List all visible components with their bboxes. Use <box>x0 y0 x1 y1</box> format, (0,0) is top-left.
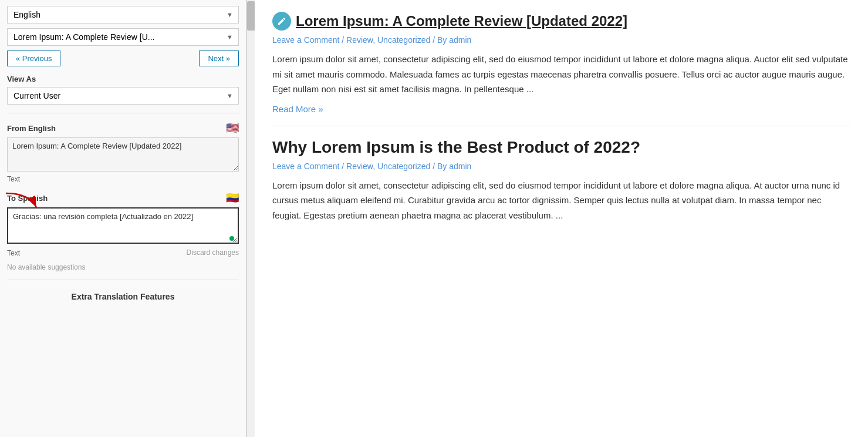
post-1-category-uncategorized[interactable]: Uncategorized <box>377 35 430 45</box>
language-select-wrapper[interactable]: English <box>7 6 239 23</box>
post-entry-2: Why Lorem Ipsum is the Best Product of 2… <box>272 126 850 242</box>
to-textarea[interactable] <box>7 207 239 244</box>
to-field-label: Text <box>7 249 20 257</box>
extra-features-label: Extra Translation Features <box>7 292 239 301</box>
post-1-meta: Leave a Comment / Review, Uncategorized … <box>272 35 850 45</box>
discard-row: Text Discard changes <box>7 247 239 257</box>
post-2-category-review[interactable]: Review <box>346 162 373 171</box>
post-2-meta: Leave a Comment / Review, Uncategorized … <box>272 162 850 171</box>
language-select[interactable]: English <box>7 6 239 23</box>
post-1-author[interactable]: admin <box>449 35 471 45</box>
from-section: From English 🇺🇸 Text <box>7 122 239 183</box>
scrollbar-thumb[interactable] <box>247 1 255 31</box>
post-select-wrapper[interactable]: Lorem Ipsum: A Complete Review [U... <box>7 28 239 46</box>
view-as-label: View As <box>7 75 239 83</box>
right-panel: Lorem Ipsum: A Complete Review [Updated … <box>255 0 868 437</box>
post-1-category-review[interactable]: Review <box>346 35 373 45</box>
from-lang-label: From English <box>7 124 56 133</box>
post-2-title[interactable]: Why Lorem Ipsum is the Best Product of 2… <box>272 138 850 157</box>
post-1-read-more[interactable]: Read More » <box>272 104 323 114</box>
from-field-label: Text <box>7 175 239 183</box>
nav-buttons: « Previous Next » <box>7 51 239 66</box>
view-as-select-wrapper[interactable]: Current User <box>7 87 239 105</box>
divider-1 <box>7 113 239 113</box>
to-textarea-wrapper <box>7 207 239 246</box>
post-entry-1: Lorem Ipsum: A Complete Review [Updated … <box>272 0 850 126</box>
to-lang-label: To Spanish <box>7 194 48 203</box>
to-lang-header: To Spanish 🇨🇴 <box>7 191 239 204</box>
post-2-author[interactable]: admin <box>449 162 471 171</box>
from-textarea[interactable] <box>7 137 239 172</box>
pencil-icon <box>277 16 286 26</box>
post-2-category-uncategorized[interactable]: Uncategorized <box>377 162 430 171</box>
next-button[interactable]: Next » <box>199 51 239 66</box>
divider-2 <box>7 280 239 280</box>
to-section: To Spanish 🇨🇴 Text Discard changes <box>7 191 239 257</box>
discard-changes-link[interactable]: Discard changes <box>187 248 239 257</box>
from-lang-header: From English 🇺🇸 <box>7 122 239 135</box>
post-1-title[interactable]: Lorem Ipsum: A Complete Review [Updated … <box>296 13 627 29</box>
post-1-excerpt: Lorem ipsum dolor sit amet, consectetur … <box>272 52 850 97</box>
left-panel: English Lorem Ipsum: A Complete Review [… <box>0 0 246 437</box>
post-2-leave-comment[interactable]: Leave a Comment <box>272 162 339 171</box>
previous-button[interactable]: « Previous <box>7 51 60 66</box>
post-2-excerpt: Lorem ipsum dolor sit amet, consectetur … <box>272 178 850 223</box>
post-select[interactable]: Lorem Ipsum: A Complete Review [U... <box>7 28 239 46</box>
view-as-select[interactable]: Current User <box>7 87 239 105</box>
textarea-dot <box>229 236 234 241</box>
post-1-leave-comment[interactable]: Leave a Comment <box>272 35 339 45</box>
suggestions-text: No available suggestions <box>7 263 239 271</box>
to-flag: 🇨🇴 <box>226 191 239 204</box>
post-1-icon <box>272 12 291 31</box>
post-1-title-row: Lorem Ipsum: A Complete Review [Updated … <box>272 12 850 31</box>
scrollbar-track[interactable] <box>246 0 255 437</box>
from-flag: 🇺🇸 <box>226 122 239 135</box>
